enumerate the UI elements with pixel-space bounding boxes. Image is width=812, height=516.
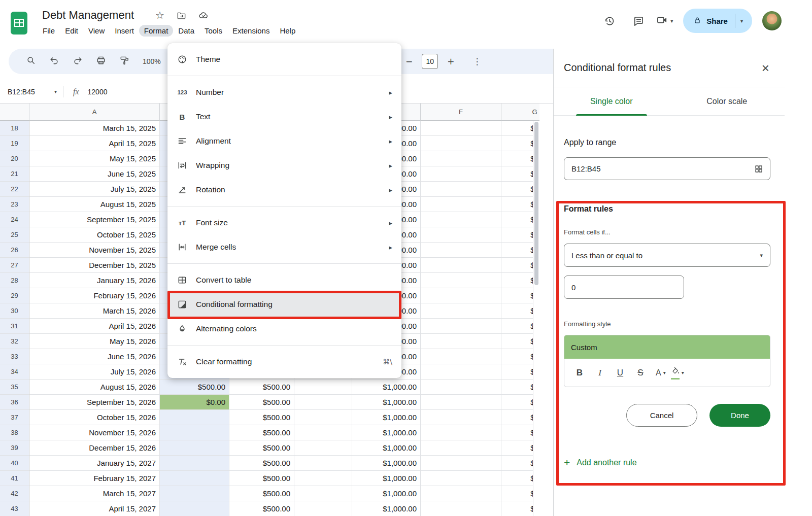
row-header-37[interactable]: 37 <box>0 410 29 425</box>
row-header-38[interactable]: 38 <box>0 425 29 440</box>
cell-D39[interactable] <box>294 440 352 456</box>
row-header-27[interactable]: 27 <box>0 258 29 273</box>
row-header-43[interactable]: 43 <box>0 501 29 516</box>
scrollbar-thumb[interactable] <box>534 122 538 285</box>
cell-F43[interactable] <box>421 501 501 516</box>
share-button[interactable]: Share ▾ <box>683 9 752 33</box>
cell-A40[interactable]: January 15, 2027 <box>29 456 160 471</box>
cell-F39[interactable] <box>421 440 501 456</box>
cell-D38[interactable] <box>294 425 352 440</box>
cell-B36[interactable]: $0.00 <box>160 395 229 410</box>
cell-C35[interactable]: $500.00 <box>229 380 294 395</box>
cell-F28[interactable] <box>421 273 501 288</box>
tab-color-scale[interactable]: Color scale <box>669 87 785 115</box>
cell-A33[interactable]: June 15, 2026 <box>29 349 160 364</box>
cell-A38[interactable]: November 15, 2026 <box>29 425 160 440</box>
sheets-logo-icon[interactable] <box>11 12 27 35</box>
cell-F41[interactable] <box>421 471 501 486</box>
menubar-item-format[interactable]: Format <box>139 25 174 37</box>
row-header-22[interactable]: 22 <box>0 182 29 197</box>
star-icon[interactable]: ☆ <box>155 9 164 21</box>
cell-F36[interactable] <box>421 395 501 410</box>
row-header-20[interactable]: 20 <box>0 151 29 166</box>
row-header-31[interactable]: 31 <box>0 319 29 334</box>
share-options-icon[interactable]: ▾ <box>735 14 752 28</box>
cell-F22[interactable] <box>421 182 501 197</box>
comments-icon[interactable] <box>627 9 650 32</box>
cell-F25[interactable] <box>421 227 501 243</box>
italic-icon[interactable]: I <box>590 363 610 383</box>
cell-B43[interactable] <box>160 501 229 516</box>
menubar-item-extensions[interactable]: Extensions <box>227 25 275 37</box>
row-header-18[interactable]: 18 <box>0 121 29 136</box>
underline-icon[interactable]: U <box>610 363 630 383</box>
cell-F34[interactable] <box>421 364 501 380</box>
row-header-29[interactable]: 29 <box>0 288 29 303</box>
cell-C40[interactable]: $500.00 <box>229 456 294 471</box>
menubar-item-tools[interactable]: Tools <box>199 25 227 37</box>
cell-D35[interactable] <box>294 380 352 395</box>
cell-E41[interactable]: $1,000.00 <box>352 471 421 486</box>
menubar-item-edit[interactable]: Edit <box>60 25 83 37</box>
cell-B39[interactable] <box>160 440 229 456</box>
cell-F30[interactable] <box>421 303 501 319</box>
cell-A18[interactable]: March 15, 2025 <box>29 121 160 136</box>
cell-E38[interactable]: $1,000.00 <box>352 425 421 440</box>
range-input[interactable]: B12:B45 <box>564 157 770 180</box>
cell-A21[interactable]: June 15, 2025 <box>29 166 160 182</box>
row-header-26[interactable]: 26 <box>0 243 29 258</box>
cell-C42[interactable]: $500.00 <box>229 486 294 501</box>
cell-A27[interactable]: December 15, 2025 <box>29 258 160 273</box>
cell-A43[interactable]: April 15, 2027 <box>29 501 160 516</box>
bold-icon[interactable]: B <box>569 363 590 383</box>
zoom-control[interactable]: 100% <box>143 57 161 65</box>
select-all-corner[interactable] <box>0 104 29 121</box>
row-header-40[interactable]: 40 <box>0 456 29 471</box>
cell-F32[interactable] <box>421 334 501 349</box>
cell-E37[interactable]: $1,000.00 <box>352 410 421 425</box>
row-header-41[interactable]: 41 <box>0 471 29 486</box>
cell-D43[interactable] <box>294 501 352 516</box>
cell-A31[interactable]: April 15, 2026 <box>29 319 160 334</box>
cloud-status-icon[interactable] <box>198 10 209 20</box>
cell-F26[interactable] <box>421 243 501 258</box>
cell-D42[interactable] <box>294 486 352 501</box>
row-header-19[interactable]: 19 <box>0 136 29 151</box>
menubar-item-data[interactable]: Data <box>173 25 199 37</box>
row-header-42[interactable]: 42 <box>0 486 29 501</box>
menubar-item-view[interactable]: View <box>83 25 110 37</box>
cell-B41[interactable] <box>160 471 229 486</box>
format-menu-item-merge-cells[interactable]: Merge cells▸ <box>167 235 401 259</box>
row-header-28[interactable]: 28 <box>0 273 29 288</box>
format-menu-item-alternating-colors[interactable]: Alternating colors <box>167 317 401 341</box>
cell-F20[interactable] <box>421 151 501 166</box>
row-header-33[interactable]: 33 <box>0 349 29 364</box>
row-header-24[interactable]: 24 <box>0 212 29 227</box>
cell-A22[interactable]: July 15, 2025 <box>29 182 160 197</box>
menubar-item-help[interactable]: Help <box>275 25 300 37</box>
format-menu-item-clear-formatting[interactable]: Clear formatting⌘\ <box>167 350 401 374</box>
cell-D37[interactable] <box>294 410 352 425</box>
format-menu-item-convert-to-table[interactable]: Convert to table <box>167 268 401 292</box>
cell-F31[interactable] <box>421 319 501 334</box>
vertical-scrollbar[interactable] <box>533 121 539 516</box>
fill-color-button[interactable]: ▾ <box>671 366 684 380</box>
cell-A25[interactable]: October 15, 2025 <box>29 227 160 243</box>
column-header-a[interactable]: A <box>29 104 160 121</box>
cell-B37[interactable] <box>160 410 229 425</box>
cell-B38[interactable] <box>160 425 229 440</box>
cell-A42[interactable]: March 15, 2027 <box>29 486 160 501</box>
cancel-button[interactable]: Cancel <box>626 404 697 427</box>
cell-F37[interactable] <box>421 410 501 425</box>
cell-F38[interactable] <box>421 425 501 440</box>
cell-A30[interactable]: March 15, 2026 <box>29 303 160 319</box>
cell-C38[interactable]: $500.00 <box>229 425 294 440</box>
cell-C37[interactable]: $500.00 <box>229 410 294 425</box>
cell-C39[interactable]: $500.00 <box>229 440 294 456</box>
cell-C41[interactable]: $500.00 <box>229 471 294 486</box>
cell-F42[interactable] <box>421 486 501 501</box>
cell-C43[interactable]: $500.00 <box>229 501 294 516</box>
formula-input[interactable]: 12000 <box>88 88 108 96</box>
cell-D41[interactable] <box>294 471 352 486</box>
row-header-23[interactable]: 23 <box>0 197 29 212</box>
